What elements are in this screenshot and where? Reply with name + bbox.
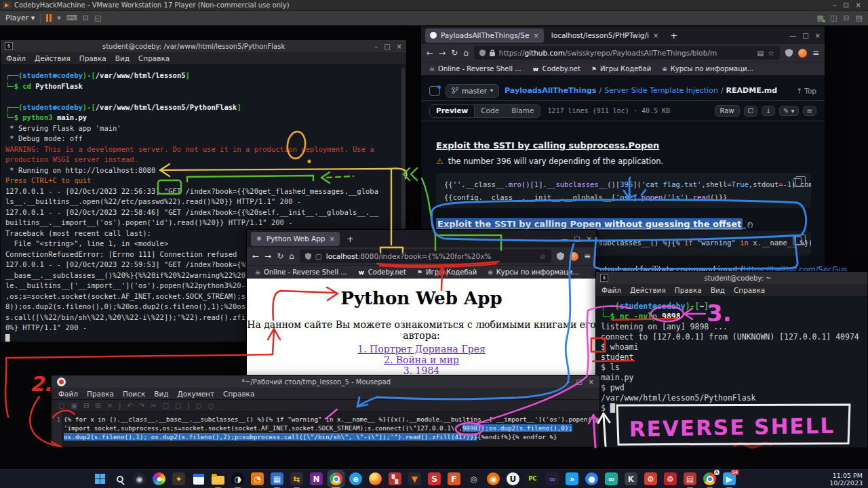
gauge-app-icon[interactable]: ◉ xyxy=(132,471,147,487)
tab-preview[interactable]: Preview xyxy=(430,105,475,117)
toolbar-icon[interactable]: | xyxy=(188,402,190,409)
chrome-a-icon[interactable]: A xyxy=(702,471,717,487)
tab-payloadsallthethings[interactable]: PayloadsAllTheThings/Se × xyxy=(425,28,544,43)
forward-button[interactable]: → xyxy=(264,251,271,261)
s-app-icon[interactable]: S xyxy=(427,471,442,487)
tab-code[interactable]: Code xyxy=(475,105,505,117)
bookmark-codeby[interactable]: wCodeby.net xyxy=(358,268,406,276)
reader-view-icon[interactable]: ▤ xyxy=(757,49,764,57)
bookmark-flag[interactable]: ⚑Игры Кодебай xyxy=(591,65,651,73)
start-button[interactable] xyxy=(92,471,108,487)
tab-close-icon[interactable]: × xyxy=(533,32,538,39)
tab-close-icon[interactable]: × xyxy=(653,32,658,39)
toolbar-icon[interactable]: ✂ xyxy=(151,402,156,409)
network-adapter-icon[interactable]: ▦ xyxy=(817,14,824,22)
back-button[interactable]: ← xyxy=(252,251,259,261)
tab-blame[interactable]: Blame xyxy=(505,105,540,117)
url-bar[interactable]: https://github.com/swisskyrepo/PayloadsA… xyxy=(474,46,780,60)
kali-app-icon[interactable]: K xyxy=(623,471,639,487)
maximize-button[interactable]: □ xyxy=(802,32,808,39)
bookmark-globe[interactable]: ⊕Курсы по информаци... xyxy=(488,268,579,276)
toolbar-icon[interactable]: ↶ xyxy=(127,402,132,409)
fullscreen-icon[interactable]: ⊡ xyxy=(83,14,89,22)
edit-icon[interactable]: ✎ ▾ xyxy=(779,106,799,116)
book-link-2[interactable]: 2. Война и мир xyxy=(247,354,596,365)
toolbar-icon[interactable]: ○ xyxy=(196,402,202,409)
menu-item-Правка[interactable]: Правка xyxy=(79,54,106,62)
player-menu[interactable]: Player ▾ xyxy=(5,14,35,22)
tab-close-icon[interactable]: × xyxy=(329,235,334,243)
printer-icon[interactable]: ▤ xyxy=(856,14,863,22)
maximize-button[interactable]: □ xyxy=(384,43,390,50)
cabinet-app-icon[interactable]: ▤ xyxy=(682,471,698,487)
arrows-app-icon[interactable]: ⇆ xyxy=(289,471,304,487)
bookmark-flag[interactable]: ⚑Игры Кодебай xyxy=(417,268,477,276)
minimize-button[interactable]: – xyxy=(566,378,570,386)
mousepad-editor[interactable]: 1 {% for x in ().__class__.__base__.__su… xyxy=(52,412,599,447)
minimize-button[interactable]: – xyxy=(374,43,378,50)
menu-item-Справка[interactable]: Справка xyxy=(734,286,765,294)
toolbar-icon[interactable]: ✕ xyxy=(107,402,113,409)
firefox-account-icon[interactable] xyxy=(570,252,578,261)
menu-item-Вид[interactable]: Вид xyxy=(115,54,130,62)
app-menu-icon[interactable]: ≡ xyxy=(812,48,819,58)
unity-icon[interactable]: ◱ xyxy=(94,14,101,22)
menu-item-Документ[interactable]: Документ xyxy=(178,390,215,398)
app-menu-icon[interactable]: ≡ xyxy=(584,251,591,261)
toolbar-icon[interactable]: ▢ xyxy=(58,402,64,409)
bookmark-globe[interactable]: ⊕Курсы по информаци... xyxy=(662,65,753,73)
red-gear-app-icon[interactable]: ⚙ xyxy=(643,471,658,487)
firefox-account-icon[interactable] xyxy=(798,49,807,58)
raw-button[interactable]: Raw xyxy=(715,105,740,117)
tab-python-web-app[interactable]: Python Web App × xyxy=(251,232,340,246)
f-book-app-icon[interactable]: F xyxy=(446,471,462,487)
bookmark-star-icon[interactable]: ☆ xyxy=(540,252,546,260)
breadcrumb-dir[interactable]: Server Side Template Injection xyxy=(604,86,718,95)
menu-item-Поиск[interactable]: Поиск xyxy=(123,390,145,398)
back-button[interactable]: ← xyxy=(427,48,433,58)
vscode-icon[interactable]: » xyxy=(564,471,580,487)
bird-app-icon[interactable]: ▶S4 xyxy=(722,471,737,487)
pause-dropdown[interactable]: ▾ xyxy=(57,14,61,22)
pycharm-icon[interactable]: PC xyxy=(525,471,540,487)
close-button[interactable]: × xyxy=(815,32,821,39)
chrome-icon[interactable] xyxy=(328,471,344,487)
menu-item-Действия[interactable]: Действия xyxy=(630,286,666,294)
minimize-button[interactable]: — xyxy=(561,235,568,243)
unreal-icon[interactable]: U xyxy=(505,471,521,487)
bookmark-star-icon[interactable]: ☆ xyxy=(768,49,774,57)
blender-icon[interactable]: ◉ xyxy=(486,471,501,487)
file-explorer-icon[interactable] xyxy=(210,471,226,487)
clock-app-icon[interactable]: ◔ xyxy=(250,471,265,487)
search-icon[interactable] xyxy=(112,471,127,487)
book-link-1[interactable]: 1. Портрет Дориана Грея xyxy=(247,344,596,354)
close-button[interactable]: × xyxy=(587,235,592,243)
red-tool-app-icon[interactable]: ▚ xyxy=(387,471,403,487)
carrot-app-icon[interactable]: ▼ xyxy=(407,471,422,487)
send-cad-icon[interactable]: ⌨ xyxy=(66,14,77,22)
terminal-output[interactable]: ┌──(student⊛codeby)-[~]└─$ nc -nvlp 9898… xyxy=(596,297,867,447)
new-tab-button[interactable]: + xyxy=(666,30,682,41)
menu-item-Файл[interactable]: Файл xyxy=(6,54,26,62)
minimize-button[interactable]: — xyxy=(789,32,796,39)
breadcrumb-repo[interactable]: PayloadsAllTheThings xyxy=(505,86,596,95)
sidebar-toggle-icon[interactable] xyxy=(429,86,440,96)
close-button[interactable]: × xyxy=(856,1,861,9)
new-tab-button[interactable]: + xyxy=(342,234,358,244)
reload-button[interactable]: ↻ xyxy=(277,251,283,261)
mousepad-titlebar[interactable]: *~/Рабочий стол/tmp_lesson_5 - Mousepad … xyxy=(52,375,599,388)
close-button[interactable]: × xyxy=(397,43,402,50)
copy-icon[interactable] xyxy=(793,237,802,245)
home-button[interactable]: ⌂ xyxy=(463,48,469,58)
toolbar-icon[interactable]: ⊞ xyxy=(95,402,100,409)
camera-app-icon[interactable]: ◎ xyxy=(466,471,481,487)
toolbar-icon[interactable]: ⊟ xyxy=(83,402,89,409)
forward-button[interactable]: → xyxy=(439,48,446,58)
menu-item-Справка[interactable]: Справка xyxy=(223,390,254,398)
toolbar-icon[interactable]: ▣ xyxy=(71,402,77,409)
download-icon[interactable]: ↓ xyxy=(762,106,775,116)
menu-item-Правка[interactable]: Правка xyxy=(87,390,114,398)
copy-raw-icon[interactable]: ⧠ xyxy=(744,106,757,117)
menu-item-Файл[interactable]: Файл xyxy=(58,390,78,398)
menu-item-Действия[interactable]: Действия xyxy=(35,54,71,62)
